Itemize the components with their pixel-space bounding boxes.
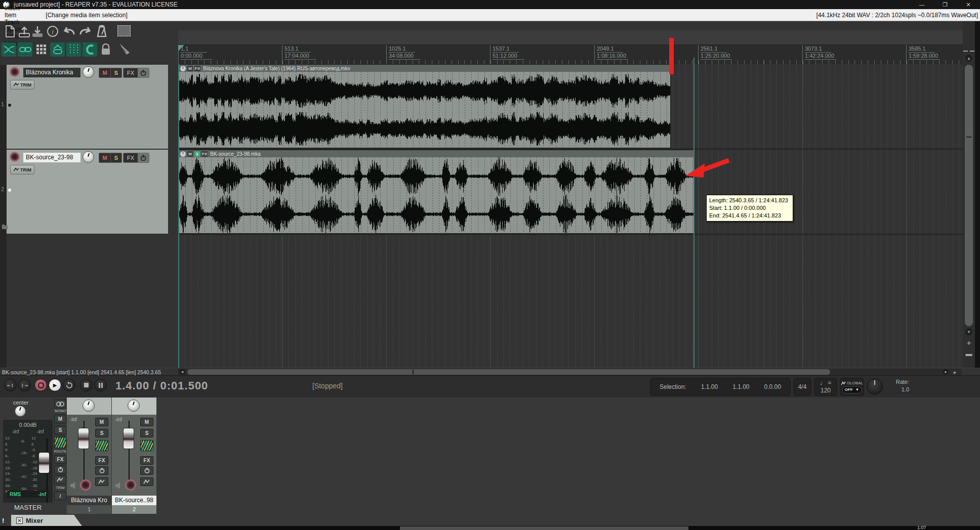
strip-fader[interactable] [123, 428, 134, 449]
stop-button[interactable] [80, 379, 93, 391]
ripple-edit-button[interactable] [83, 42, 97, 57]
item-fx-icon[interactable]: FX [201, 151, 208, 157]
pan-knob[interactable] [83, 66, 94, 78]
grid-settings-button[interactable] [34, 42, 49, 57]
go-to-start-button[interactable]: ⯬❙ [4, 379, 17, 391]
strip-mute-button[interactable]: M [140, 418, 153, 426]
scroll-left-button[interactable]: ◄ [179, 369, 185, 375]
master-fader[interactable] [38, 452, 50, 473]
strip-solo-button[interactable]: S [140, 429, 153, 437]
strip-record-arm-button[interactable] [80, 479, 91, 491]
mixer-docker-tab[interactable]: ✕ Mixer [11, 515, 82, 526]
warning-indicator[interactable]: ! [2, 517, 4, 524]
strip-route-button[interactable] [95, 440, 108, 451]
undo-icon[interactable] [62, 26, 76, 36]
solo-button[interactable]: S [110, 68, 121, 77]
selection-rect-icon[interactable] [117, 25, 131, 36]
media-item-header[interactable]: M 1 FX BK-source_23-98.mka [179, 150, 693, 157]
time-signature-box[interactable]: 4/4 [793, 378, 811, 396]
menu-track[interactable]: Track [0, 19, 30, 26]
minimize-button[interactable]: — [910, 0, 933, 9]
auto-crossfade-button[interactable] [2, 42, 16, 57]
strip-pan-knob[interactable] [83, 400, 95, 412]
scroll-down-button[interactable]: ▼ [965, 328, 972, 335]
metronome-icon[interactable] [95, 24, 108, 38]
mute-button[interactable]: M [99, 153, 110, 162]
strip-fx-bypass-button[interactable] [140, 466, 153, 475]
master-solo-button[interactable]: S [54, 426, 66, 434]
fx-button[interactable]: FX [124, 153, 138, 162]
menu-item[interactable]: Item [0, 12, 30, 19]
fx-button[interactable]: FX [124, 68, 138, 77]
transport-time-display[interactable]: 1.4.00 / 0:01.500 [115, 379, 208, 392]
item-mute-icon[interactable]: M [187, 66, 193, 71]
zoom-out-button[interactable]: ▬ [965, 350, 972, 358]
record-arm-button[interactable] [10, 67, 20, 77]
timeline-ruler[interactable]: 1.10:00.000513.117:04.0001025.134:08.000… [178, 45, 963, 64]
master-route-button[interactable] [54, 437, 66, 448]
zoom-in-button[interactable]: ＋ [965, 338, 972, 347]
track-panel-1[interactable]: Bláznova Kronika M S FX TRIM [7, 65, 168, 149]
maximize-button[interactable]: ❐ [933, 0, 957, 9]
master-gain-value[interactable]: 0.00dB [3, 422, 53, 428]
play-button[interactable]: ▶ [49, 379, 61, 391]
master-fx-button[interactable]: FX [54, 455, 66, 464]
item-properties-icon[interactable] [180, 66, 186, 71]
zoom-handle[interactable] [963, 51, 968, 52]
redo-icon[interactable] [78, 26, 93, 36]
item-properties-icon[interactable] [180, 151, 186, 157]
track-name-input[interactable]: Bláznova Kronika [23, 68, 80, 77]
track-io-dot[interactable] [8, 104, 11, 107]
media-item-2[interactable]: M 1 FX BK-source_23-98.mka [178, 150, 694, 234]
strip-fx-button[interactable]: FX [140, 456, 153, 465]
snap-grid-button[interactable] [66, 42, 81, 57]
tempo-box[interactable]: ♩ = 120 [814, 378, 837, 396]
horizontal-scroll-thumb[interactable] [187, 369, 830, 375]
master-fx-bypass-button[interactable] [54, 465, 66, 474]
master-mono-button[interactable] [54, 400, 66, 408]
folder-state-icon[interactable] [2, 225, 8, 230]
strip-record-arm-button[interactable] [125, 479, 136, 491]
strip-name[interactable]: Bláznova Kro [67, 496, 111, 505]
strip-fader[interactable] [78, 428, 89, 449]
monitor-speaker-icon[interactable] [115, 481, 123, 490]
close-button[interactable]: ✕ [957, 0, 980, 9]
pause-button[interactable] [94, 379, 107, 391]
trim-envelope-button[interactable]: TRIM [10, 80, 34, 90]
media-item-1[interactable]: M FX Bláznova Kronika (A Jester's Tale) … [178, 64, 671, 148]
track-io-dot[interactable] [8, 189, 11, 192]
playrate-knob[interactable] [867, 378, 883, 394]
close-docker-icon[interactable]: ✕ [16, 517, 23, 524]
trim-envelope-button[interactable]: TRIM [10, 165, 34, 174]
menu-insert[interactable]: Insert [0, 5, 30, 12]
menu-view[interactable]: View [0, 0, 30, 5]
media-item-header[interactable]: M FX Bláznova Kronika (A Jester's Tale) … [179, 65, 670, 72]
zoom-handle[interactable] [970, 51, 974, 52]
item-mute-icon[interactable]: M [187, 151, 193, 157]
fx-bypass-button[interactable] [138, 153, 149, 162]
strip-fx-button[interactable]: FX [95, 456, 108, 465]
save-project-icon[interactable] [31, 25, 44, 37]
scroll-up-button[interactable]: ▲ [965, 55, 972, 62]
item-fx-icon[interactable]: FX [194, 66, 200, 71]
repeat-button[interactable] [63, 379, 75, 391]
selection-length[interactable]: 0.0.00 [764, 383, 781, 390]
selection-start[interactable]: 1.1.00 [701, 383, 718, 390]
strip-route-button[interactable] [140, 440, 153, 451]
scroll-right-button[interactable]: ● [943, 369, 949, 375]
vertical-scroll-thumb[interactable] [965, 65, 973, 326]
horizontal-scrollbar[interactable]: ◄ ● ＋ [178, 369, 962, 375]
track-name-input[interactable]: BK-source_23-98 [23, 153, 80, 162]
pan-knob[interactable] [83, 151, 94, 163]
open-project-icon[interactable] [18, 25, 30, 37]
draw-pencil-icon[interactable] [117, 42, 132, 56]
selection-box[interactable]: Selection: 1.1.00 1.1.00 0.0.00 [650, 378, 791, 396]
arrange-area[interactable]: M FX Bláznova Kronika (A Jester's Tale) … [178, 64, 963, 368]
strip-envelope-button[interactable] [140, 477, 153, 486]
vertical-scrollbar[interactable]: ▲ ▼ ＋ ▬ [963, 21, 975, 375]
master-envelope-button[interactable] [54, 475, 66, 484]
record-arm-button[interactable] [10, 152, 20, 162]
chevron-down-icon[interactable]: ▼ [855, 387, 860, 393]
envelope-link-button[interactable] [50, 42, 65, 57]
mixer-strip-1[interactable]: -infMSFXBláznova Kro1 [67, 398, 111, 514]
